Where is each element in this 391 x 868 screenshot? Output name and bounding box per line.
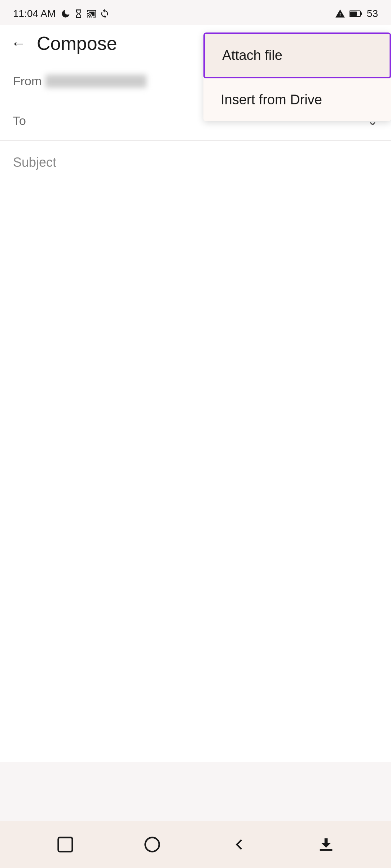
bottom-navigation xyxy=(0,821,391,868)
insert-from-drive-menu-item[interactable]: Insert from Drive xyxy=(203,78,391,121)
from-label: From xyxy=(13,74,45,88)
svg-rect-3 xyxy=(58,838,72,852)
email-body[interactable] xyxy=(0,184,391,762)
status-right-area: 53 xyxy=(335,8,378,19)
subject-field[interactable]: Subject xyxy=(0,141,391,184)
home-nav-button[interactable] xyxy=(140,832,165,857)
download-nav-button[interactable] xyxy=(313,832,339,857)
hourglass-icon xyxy=(74,9,84,19)
compose-title: Compose xyxy=(37,32,117,54)
square-nav-button[interactable] xyxy=(53,832,78,857)
subject-placeholder: Subject xyxy=(13,155,56,170)
from-email-blurred xyxy=(45,75,146,88)
status-bar: 11:04 AM 53 xyxy=(0,0,391,25)
status-icons xyxy=(61,9,110,19)
svg-rect-2 xyxy=(360,12,362,15)
attach-file-menu-item[interactable]: Attach file xyxy=(203,32,391,78)
back-nav-button[interactable] xyxy=(227,832,252,857)
download-icon xyxy=(317,835,335,854)
cast-icon xyxy=(87,9,97,19)
time-display: 11:04 AM xyxy=(13,8,56,19)
battery-level: 53 xyxy=(367,8,378,19)
battery-icon xyxy=(350,9,363,19)
sync-icon xyxy=(100,9,110,19)
svg-rect-1 xyxy=(350,12,357,16)
dropdown-menu: Attach file Insert from Drive xyxy=(203,32,391,121)
warning-icon xyxy=(335,9,345,19)
back-triangle-icon xyxy=(230,835,249,854)
square-icon xyxy=(56,835,75,854)
svg-point-4 xyxy=(145,838,159,852)
back-button[interactable]: ← xyxy=(11,35,26,52)
circle-icon xyxy=(143,835,162,854)
moon-icon xyxy=(61,9,71,19)
to-label: To xyxy=(13,114,45,128)
status-time-area: 11:04 AM xyxy=(13,8,110,19)
